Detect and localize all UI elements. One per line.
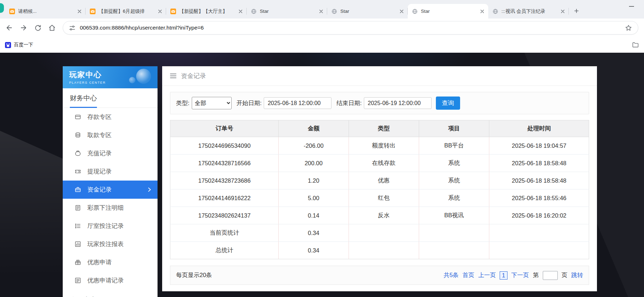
table-header-cell: 项目 — [419, 120, 489, 137]
bookmark-baidu[interactable]: 百度一下 — [5, 42, 33, 48]
table-cell: 200.00 — [279, 155, 349, 172]
sidebar-item-player-bet-report[interactable]: 玩家投注报表 — [63, 235, 158, 253]
forward-button[interactable] — [17, 21, 30, 34]
sidebar-item-label: 取款专区 — [87, 131, 112, 139]
first-page-link[interactable]: 首页 — [463, 271, 474, 279]
folder-icon — [632, 41, 639, 48]
sidebar-item-label: 提现记录 — [87, 167, 112, 176]
table-cell — [489, 242, 589, 259]
search-button[interactable]: 查询 — [436, 97, 460, 110]
jump-link[interactable]: 跳转 — [571, 271, 583, 279]
gift-icon — [74, 259, 81, 266]
bookmarks-folder-button[interactable] — [632, 41, 639, 48]
home-button[interactable] — [46, 21, 58, 34]
page-suffix-label: 页 — [562, 271, 568, 279]
browser-tab[interactable]: :::视讯 会员下注纪录 — [488, 4, 569, 19]
sidebar-item-label: 彩票下注明细 — [87, 204, 124, 212]
tab-title: Star — [421, 9, 476, 14]
table-cell: 优惠 — [349, 172, 419, 189]
window-minimize-button[interactable] — [629, 6, 634, 7]
table-row: 总统计0.34 — [170, 242, 589, 259]
tab-close-icon[interactable] — [237, 8, 244, 15]
sidebar-item-label: 资金记录 — [87, 186, 112, 194]
page-prefix-label: 第 — [533, 271, 539, 279]
bookmark-label: 百度一下 — [14, 42, 33, 48]
globe-icon — [251, 9, 257, 14]
table-cell: 反水 — [349, 207, 419, 224]
browser-tab[interactable]: Star — [327, 4, 408, 19]
table-cell: 系统 — [419, 172, 489, 189]
sidebar-menu: 存款专区取款专区充值记录提现记录资金记录彩票下注明细厅室投注记录玩家投注报表优惠… — [63, 108, 158, 290]
reload-button[interactable] — [31, 21, 44, 34]
new-tab-button[interactable] — [571, 5, 582, 16]
tab-close-icon[interactable] — [157, 8, 163, 15]
sidebar-item-withdraw-zone[interactable]: 取款专区 — [63, 126, 158, 144]
sidebar-item-withdrawal-record[interactable]: 提现记录 — [63, 162, 158, 181]
end-date-input[interactable] — [364, 97, 432, 109]
reload-icon — [34, 24, 42, 32]
tab-close-icon[interactable] — [479, 8, 485, 15]
table-cell: 总统计 — [170, 242, 279, 259]
url-text: 006539.com:8886/hhcp/usercenter.html?ini… — [80, 25, 620, 31]
forward-arrow-icon — [20, 24, 27, 32]
type-select[interactable]: 全部 — [192, 97, 232, 109]
table-header-row: 订单号金额类型项目处理时间 — [170, 120, 589, 137]
table-cell: 系统 — [419, 189, 489, 207]
list-icon — [74, 223, 81, 229]
table-cell: 当前页统计 — [170, 224, 279, 242]
table-cell — [419, 242, 489, 259]
sidebar-item-label: 厅室投注记录 — [87, 222, 124, 230]
filter-bar: 类型: 全部 开始日期: 结束日期: 查询 — [170, 92, 589, 114]
plus-icon — [574, 8, 579, 14]
sidebar-item-lottery-bet-detail[interactable]: 彩票下注明细 — [63, 199, 158, 217]
browser-tab[interactable]: 【新提醒】【大厅主】 — [166, 4, 247, 19]
table-cell — [349, 224, 419, 242]
table-header-cell: 类型 — [349, 120, 419, 137]
browser-tab[interactable]: 【新提醒】6月超级排 — [86, 4, 166, 19]
tab-close-icon[interactable] — [318, 8, 324, 15]
next-page-link[interactable]: 下一页 — [511, 271, 529, 279]
pagination-bar: 每页显示20条 共5条 首页 上一页 1 下一页 第 页 跳转 — [170, 266, 589, 285]
table-cell: 在线存款 — [349, 155, 419, 172]
sidebar-section-finance: 财务中心 — [63, 88, 158, 108]
table-cell: 系统 — [419, 155, 489, 172]
current-page-number[interactable]: 1 — [500, 271, 507, 280]
address-bar[interactable]: 006539.com:8886/hhcp/usercenter.html?ini… — [63, 21, 638, 35]
sidebar-item-hall-bet-record[interactable]: 厅室投注记录 — [63, 217, 158, 235]
sidebar-header: 玩家中心 PLAYERS CENTER — [63, 66, 158, 88]
sidebar-item-label: 充值记录 — [87, 149, 112, 157]
minimize-icon — [629, 6, 634, 7]
sidebar-item-recharge-record[interactable]: 充值记录 — [63, 144, 158, 162]
tab-title: 【新提醒】【大厅主】 — [179, 8, 234, 15]
chart-icon — [74, 241, 81, 248]
page-jump-input[interactable] — [543, 271, 558, 280]
table-cell: 2025-06-18 16:20:02 — [489, 207, 589, 224]
sidebar-item-deposit-zone[interactable]: 存款专区 — [63, 108, 158, 126]
browser-tab[interactable]: Star — [247, 4, 327, 19]
sidebar-item-fund-record[interactable]: 资金记录 — [63, 181, 158, 199]
tab-close-icon[interactable] — [560, 8, 566, 15]
browser-tab[interactable]: Star — [408, 4, 488, 19]
sidebar-item-label: 优惠申请 — [87, 258, 112, 266]
bookmark-star-button[interactable] — [625, 24, 632, 32]
table-cell — [419, 224, 489, 242]
navigation-bar: 006539.com:8886/hhcp/usercenter.html?ini… — [0, 19, 644, 37]
back-arrow-icon — [5, 24, 13, 32]
start-date-input[interactable] — [264, 97, 331, 109]
sidebar-item-promo-apply[interactable]: 优惠申请 — [63, 253, 158, 271]
browser-tab[interactable]: 请稍候... — [5, 4, 86, 19]
table-cell: BB视讯 — [419, 207, 489, 224]
pager: 共5条 首页 上一页 1 下一页 第 页 跳转 — [444, 271, 583, 280]
bookmarks-bar: 百度一下 — [0, 37, 644, 53]
sidebar-item-promo-apply-record[interactable]: 优惠申请记录 — [63, 271, 158, 290]
ticket-icon — [74, 168, 81, 175]
hamburger-icon — [170, 73, 176, 78]
tab-close-icon[interactable] — [398, 8, 405, 15]
tab-title: 【新提醒】6月超级排 — [99, 8, 154, 15]
sidebar-subtitle: PLAYERS CENTER — [69, 81, 158, 84]
back-button[interactable] — [3, 21, 16, 34]
prev-page-link[interactable]: 上一页 — [478, 271, 496, 279]
table-cell: -206.00 — [279, 137, 349, 155]
tab-close-icon[interactable] — [76, 8, 83, 15]
briefcase-icon — [74, 186, 81, 193]
